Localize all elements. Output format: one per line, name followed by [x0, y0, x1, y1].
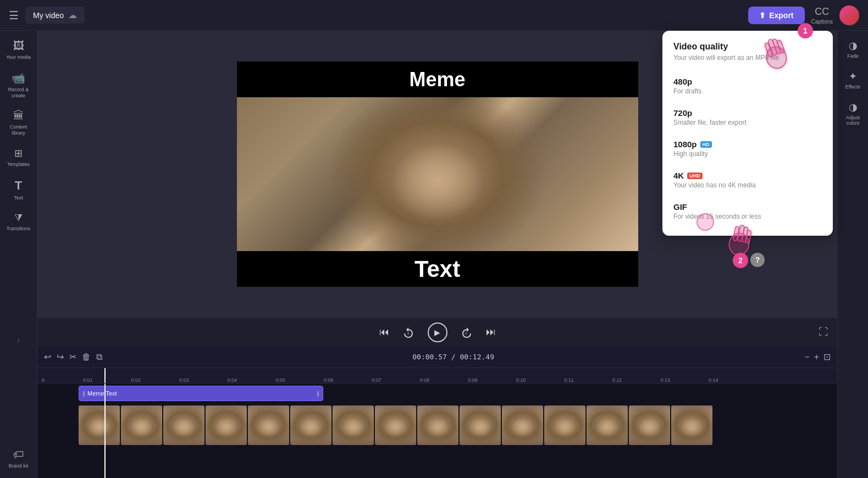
- zoom-in-button[interactable]: +: [814, 352, 819, 362]
- ruler-mark: 0:09: [468, 377, 516, 383]
- video-top-bar: Meme: [237, 62, 638, 97]
- sidebar-item-transitions[interactable]: ⧩ Transitions: [2, 208, 35, 236]
- quality-option-gif-name: GIF: [673, 202, 687, 212]
- rewind-button[interactable]: 5: [402, 326, 414, 338]
- ruler-mark: 0:12: [612, 377, 661, 383]
- quality-option-gif-row: GIF: [673, 202, 822, 212]
- redo-button[interactable]: ↪: [57, 352, 64, 362]
- quality-option-720p-row: 720p: [673, 108, 822, 118]
- ruler-mark: 0:13: [660, 377, 709, 383]
- sidebar-item-brand-kit[interactable]: 🏷 Brand kit: [2, 444, 35, 474]
- play-button[interactable]: ▶: [428, 323, 447, 342]
- quality-option-1080p-row: 1080p HD: [673, 140, 822, 149]
- zoom-out-button[interactable]: −: [804, 352, 809, 362]
- project-title-container[interactable]: My video ☁: [25, 7, 85, 24]
- video-frame: [237, 97, 638, 251]
- ruler-playhead: [104, 368, 106, 383]
- sidebar-item-record[interactable]: 📹 Record &create: [2, 67, 35, 103]
- timeline-tracks: ‖ Meme Text ‖: [37, 383, 837, 478]
- quality-option-4k-desc: Your video has no 4K media: [673, 181, 822, 189]
- right-sidebar-item-effects[interactable]: ✦ Effects: [839, 66, 867, 95]
- duplicate-button[interactable]: ⧉: [96, 352, 102, 362]
- quality-option-720p[interactable]: 720p Smaller file, faster export: [662, 102, 833, 133]
- menu-icon[interactable]: ☰: [9, 9, 19, 22]
- quality-option-1080p[interactable]: 1080p HD High quality: [662, 133, 833, 164]
- thumbnail: [629, 405, 670, 445]
- timeline-timecode: 00:00.57 / 00:12.49: [412, 353, 494, 361]
- right-sidebar-item-adjust-colors[interactable]: ◑ Adjustcolors: [839, 97, 867, 131]
- undo-button[interactable]: ↩: [44, 352, 51, 362]
- left-sidebar: 🖼 Your media 📹 Record &create 🏛 Contentl…: [0, 31, 37, 478]
- fit-button[interactable]: ⊡: [823, 352, 831, 362]
- fast-forward-button[interactable]: 5: [461, 326, 473, 338]
- sidebar-collapse-button[interactable]: ›: [13, 331, 24, 349]
- quality-option-1080p-name: 1080p: [673, 140, 697, 149]
- right-sidebar-label-fade: Fade: [847, 53, 859, 59]
- timecode-total: 00:12.49: [460, 353, 494, 361]
- export-button[interactable]: ⬆ Export: [748, 7, 804, 24]
- sidebar-item-your-media[interactable]: 🖼 Your media: [2, 35, 35, 65]
- svg-text:5: 5: [465, 332, 467, 335]
- cloud-icon: ☁: [68, 10, 77, 20]
- video-thumbnails: [79, 405, 712, 445]
- text-icon: T: [15, 179, 22, 193]
- quality-option-480p[interactable]: 480p For drafts: [662, 70, 833, 102]
- sidebar-item-content-library[interactable]: 🏛 Contentlibrary: [2, 105, 35, 141]
- fade-icon: ◑: [849, 40, 858, 52]
- text-track-clip[interactable]: ‖ Meme Text ‖: [79, 386, 323, 401]
- captions-button[interactable]: CC Captions: [811, 6, 833, 25]
- fullscreen-button[interactable]: ⛶: [819, 326, 828, 338]
- quality-option-480p-name: 480p: [673, 77, 692, 86]
- clip-right-handle[interactable]: ‖: [317, 391, 319, 397]
- right-sidebar-label-effects: Effects: [845, 84, 860, 90]
- quality-option-480p-row: 480p: [673, 77, 822, 86]
- quality-option-720p-name: 720p: [673, 108, 692, 118]
- ruler-mark: 0:01: [83, 377, 131, 383]
- project-title: My video: [33, 11, 64, 20]
- quality-dropdown-subtitle: Your video will export as an MP4 file: [662, 54, 833, 70]
- video-quality-dropdown: Video quality Your video will export as …: [662, 31, 833, 236]
- thumbnail: [587, 405, 628, 445]
- avatar[interactable]: [839, 5, 859, 25]
- skip-to-start-button[interactable]: ⏮: [379, 326, 389, 338]
- templates-icon: ⊞: [14, 147, 23, 159]
- quality-dropdown-title: Video quality: [662, 42, 833, 54]
- ruler-mark: 0:05: [275, 377, 324, 383]
- cat-image: [237, 97, 638, 251]
- playback-controls: ⏮ 5 ▶ 5 ⏭ ⛶: [37, 318, 837, 346]
- brand-kit-icon: 🏷: [13, 448, 24, 461]
- video-track-row: [37, 403, 837, 447]
- right-sidebar-item-fade[interactable]: ◑ Fade: [839, 35, 867, 64]
- thumbnail: [290, 405, 331, 445]
- record-icon: 📹: [12, 71, 25, 85]
- sidebar-label-your-media: Your media: [6, 54, 31, 60]
- quality-option-gif[interactable]: GIF For videos 15 seconds or less: [662, 196, 833, 227]
- sidebar-item-templates[interactable]: ⊞ Templates: [2, 143, 35, 172]
- skip-to-end-button[interactable]: ⏭: [486, 326, 496, 338]
- ruler-mark: 0:08: [420, 377, 468, 383]
- thumbnail: [79, 405, 120, 445]
- ruler-mark: 0:02: [131, 377, 180, 383]
- captions-icon: CC: [815, 6, 829, 18]
- cut-button[interactable]: ✂: [69, 352, 76, 362]
- timecode-current: 00:00.57: [412, 353, 447, 361]
- thumbnail: [671, 405, 712, 445]
- thumbnail: [163, 405, 204, 445]
- sidebar-item-text[interactable]: T Text: [2, 174, 35, 205]
- export-icon: ⬆: [759, 11, 766, 20]
- your-media-icon: 🖼: [13, 40, 24, 52]
- quality-option-4k[interactable]: 4K UHD Your video has no 4K media: [662, 164, 833, 196]
- timeline-zoom-controls: − + ⊡: [804, 352, 831, 362]
- thumbnail: [375, 405, 416, 445]
- sidebar-label-templates: Templates: [7, 162, 30, 168]
- transitions-icon: ⧩: [14, 212, 23, 224]
- thumbnail: [206, 405, 247, 445]
- video-bottom-bar: Text: [237, 251, 638, 287]
- thumbnail: [502, 405, 543, 445]
- delete-button[interactable]: 🗑: [82, 352, 91, 362]
- thumbnail: [121, 405, 162, 445]
- clip-left-handle[interactable]: ‖: [82, 391, 85, 397]
- quality-option-gif-desc: For videos 15 seconds or less: [673, 213, 822, 220]
- clip-label: Meme Text: [87, 390, 117, 397]
- right-sidebar-label-adjust-colors: Adjustcolors: [846, 115, 860, 127]
